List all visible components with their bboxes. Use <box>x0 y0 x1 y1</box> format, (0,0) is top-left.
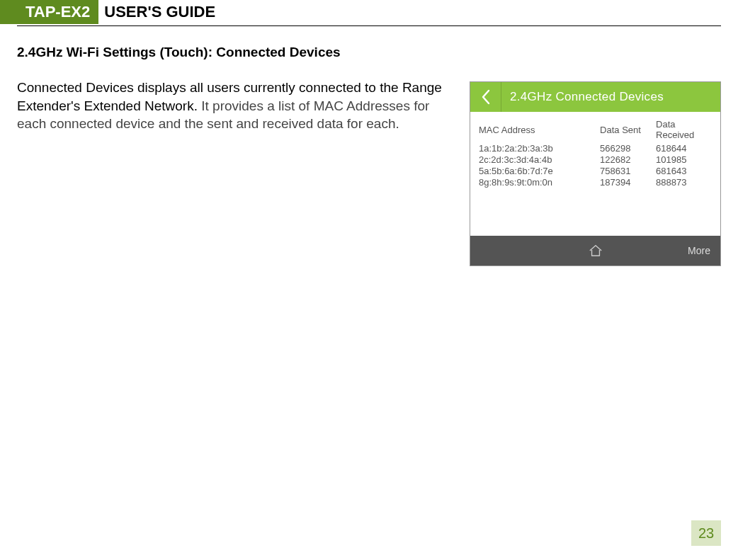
table-row: 1a:1b:2a:2b:3a:3b 566298 618644 <box>479 143 712 154</box>
recv-cell: 681643 <box>656 166 712 177</box>
table-header-row: MAC Address Data Sent Data Received <box>479 119 712 143</box>
text-column: 2.4GHz Wi-Fi Settings (Touch): Connected… <box>17 45 457 133</box>
product-badge: TAP-EX2 <box>17 0 98 24</box>
col-mac: MAC Address <box>479 119 600 143</box>
col-recv: Data Received <box>656 119 712 143</box>
header-strip <box>0 0 17 24</box>
home-icon[interactable] <box>588 244 603 258</box>
table-row: 2c:2d:3c:3d:4a:4b 122682 101985 <box>479 154 712 166</box>
sent-cell: 566298 <box>600 143 656 154</box>
section-body: Connected Devices displays all users cur… <box>17 79 457 133</box>
mac-cell: 1a:1b:2a:2b:3a:3b <box>479 143 600 154</box>
section-heading: 2.4GHz Wi-Fi Settings (Touch): Connected… <box>17 45 457 60</box>
mac-cell: 2c:2d:3c:3d:4a:4b <box>479 154 600 166</box>
panel-header: 2.4GHz Connected Devices <box>470 82 720 112</box>
mac-cell: 8g:8h:9s:9t:0m:0n <box>479 177 600 188</box>
back-button[interactable] <box>470 82 501 112</box>
panel-title: 2.4GHz Connected Devices <box>501 90 664 104</box>
recv-cell: 888873 <box>656 177 712 188</box>
table-row: 5a:5b:6a:6b:7d:7e 758631 681643 <box>479 166 712 177</box>
doc-header: TAP-EX2 USER'S GUIDE <box>0 0 738 24</box>
page-number: 23 <box>691 520 721 546</box>
panel-body: MAC Address Data Sent Data Received 1a:1… <box>470 112 720 236</box>
content-area: 2.4GHz Wi-Fi Settings (Touch): Connected… <box>0 26 738 266</box>
chevron-left-icon <box>481 89 491 105</box>
panel-footer: More <box>470 236 720 265</box>
device-screenshot: 2.4GHz Connected Devices MAC Address Dat… <box>470 81 721 266</box>
recv-cell: 618644 <box>656 143 712 154</box>
more-button[interactable]: More <box>688 245 710 256</box>
recv-cell: 101985 <box>656 154 712 166</box>
doc-title: USER'S GUIDE <box>98 0 221 24</box>
sent-cell: 187394 <box>600 177 656 188</box>
sent-cell: 758631 <box>600 166 656 177</box>
sent-cell: 122682 <box>600 154 656 166</box>
col-sent: Data Sent <box>600 119 656 143</box>
table-row: 8g:8h:9s:9t:0m:0n 187394 888873 <box>479 177 712 188</box>
mac-cell: 5a:5b:6a:6b:7d:7e <box>479 166 600 177</box>
devices-table: MAC Address Data Sent Data Received 1a:1… <box>479 119 712 188</box>
